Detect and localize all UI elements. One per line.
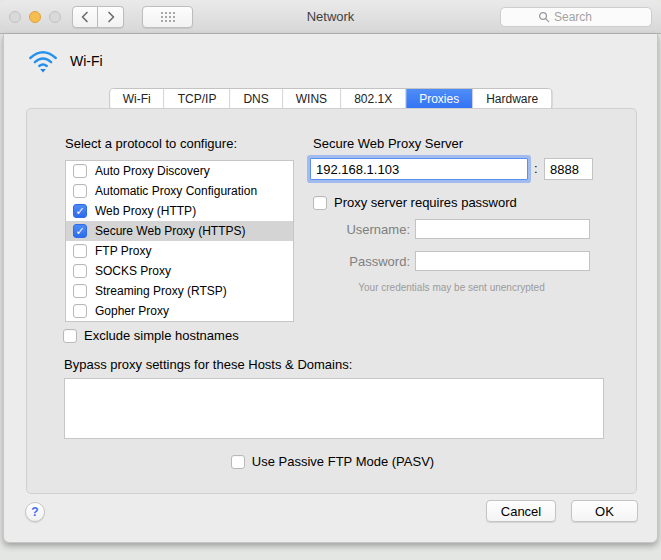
port-separator: : — [534, 161, 538, 176]
bypass-hosts-textarea[interactable] — [64, 378, 604, 439]
proxies-sheet: Wi-Fi Wi-Fi TCP/IP DNS WINS 802.1X Proxi… — [3, 34, 658, 543]
network-preferences-window: Network Wi-Fi Wi-Fi TCP/IP DNS WINS 802.… — [0, 0, 661, 560]
tab-wifi[interactable]: Wi-Fi — [110, 89, 165, 109]
username-row: Username: — [310, 219, 590, 239]
requires-password-label: Proxy server requires password — [334, 195, 517, 210]
protocol-list: Auto Proxy Discovery Automatic Proxy Con… — [65, 160, 294, 322]
checkbox-gopher-proxy[interactable] — [73, 304, 87, 318]
protocol-row-socks-proxy[interactable]: SOCKS Proxy — [66, 261, 293, 281]
checkbox-secure-web-proxy-https[interactable] — [73, 224, 87, 238]
tab-8021x[interactable]: 802.1X — [341, 89, 406, 109]
protocol-row-streaming-proxy-rtsp[interactable]: Streaming Proxy (RTSP) — [66, 281, 293, 301]
tab-wins[interactable]: WINS — [283, 89, 341, 109]
bypass-label: Bypass proxy settings for these Hosts & … — [64, 357, 352, 372]
proxies-panel: Select a protocol to configure: Auto Pro… — [26, 108, 637, 494]
tab-dns[interactable]: DNS — [230, 89, 282, 109]
requires-password-checkbox[interactable] — [313, 196, 327, 210]
protocol-label: Auto Proxy Discovery — [95, 164, 210, 178]
password-input[interactable] — [415, 251, 590, 271]
tab-proxies[interactable]: Proxies — [406, 89, 473, 109]
tab-tcpip[interactable]: TCP/IP — [165, 89, 231, 109]
checkbox-auto-proxy-discovery[interactable] — [73, 164, 87, 178]
protocol-label: Web Proxy (HTTP) — [95, 204, 196, 218]
tab-hardware[interactable]: Hardware — [473, 89, 551, 109]
protocol-list-label: Select a protocol to configure: — [65, 136, 237, 151]
checkbox-socks-proxy[interactable] — [73, 264, 87, 278]
passive-ftp-group[interactable]: Use Passive FTP Mode (PASV) — [231, 454, 434, 469]
protocol-label: FTP Proxy — [95, 244, 151, 258]
credentials-warning: Your credentials may be sent unencrypted — [310, 282, 593, 293]
search-field[interactable] — [500, 7, 652, 27]
protocol-label: SOCKS Proxy — [95, 264, 171, 278]
service-name: Wi-Fi — [70, 53, 103, 69]
wifi-icon — [28, 48, 58, 73]
protocol-label: Gopher Proxy — [95, 304, 169, 318]
protocol-row-ftp-proxy[interactable]: FTP Proxy — [66, 241, 293, 261]
password-label: Password: — [310, 254, 410, 269]
requires-password-row[interactable]: Proxy server requires password — [313, 195, 517, 210]
title-bar: Network — [0, 0, 661, 34]
proxy-server-address-input[interactable] — [310, 158, 528, 180]
username-input[interactable] — [415, 219, 590, 239]
search-icon — [538, 11, 550, 23]
checkbox-automatic-proxy-configuration[interactable] — [73, 184, 87, 198]
protocol-row-secure-web-proxy-https[interactable]: Secure Web Proxy (HTTPS) — [66, 221, 293, 241]
username-label: Username: — [310, 222, 410, 237]
protocol-label: Secure Web Proxy (HTTPS) — [95, 224, 245, 238]
checkbox-ftp-proxy[interactable] — [73, 244, 87, 258]
exclude-hostnames-checkbox[interactable] — [63, 329, 77, 343]
exclude-hostnames-row[interactable]: Exclude simple hostnames — [63, 328, 239, 343]
protocol-row-automatic-proxy-configuration[interactable]: Automatic Proxy Configuration — [66, 181, 293, 201]
exclude-hostnames-label: Exclude simple hostnames — [84, 328, 239, 343]
protocol-label: Streaming Proxy (RTSP) — [95, 284, 227, 298]
protocol-label: Automatic Proxy Configuration — [95, 184, 257, 198]
tab-bar: Wi-Fi TCP/IP DNS WINS 802.1X Proxies Har… — [109, 88, 552, 110]
ok-button[interactable]: OK — [571, 500, 638, 522]
protocol-row-auto-proxy-discovery[interactable]: Auto Proxy Discovery — [66, 161, 293, 181]
service-header: Wi-Fi — [28, 48, 103, 73]
search-input[interactable] — [554, 10, 614, 24]
proxy-server-port-input[interactable] — [544, 158, 593, 180]
cancel-button[interactable]: Cancel — [486, 500, 556, 522]
checkbox-streaming-proxy-rtsp[interactable] — [73, 284, 87, 298]
passive-ftp-label: Use Passive FTP Mode (PASV) — [252, 454, 434, 469]
password-row: Password: — [310, 251, 590, 271]
proxy-server-label: Secure Web Proxy Server — [313, 136, 463, 151]
checkbox-web-proxy-http[interactable] — [73, 204, 87, 218]
passive-ftp-row: Use Passive FTP Mode (PASV) — [27, 454, 638, 469]
help-icon: ? — [31, 505, 38, 519]
protocol-row-gopher-proxy[interactable]: Gopher Proxy — [66, 301, 293, 321]
protocol-row-web-proxy-http[interactable]: Web Proxy (HTTP) — [66, 201, 293, 221]
passive-ftp-checkbox[interactable] — [231, 455, 245, 469]
help-button[interactable]: ? — [25, 502, 45, 522]
